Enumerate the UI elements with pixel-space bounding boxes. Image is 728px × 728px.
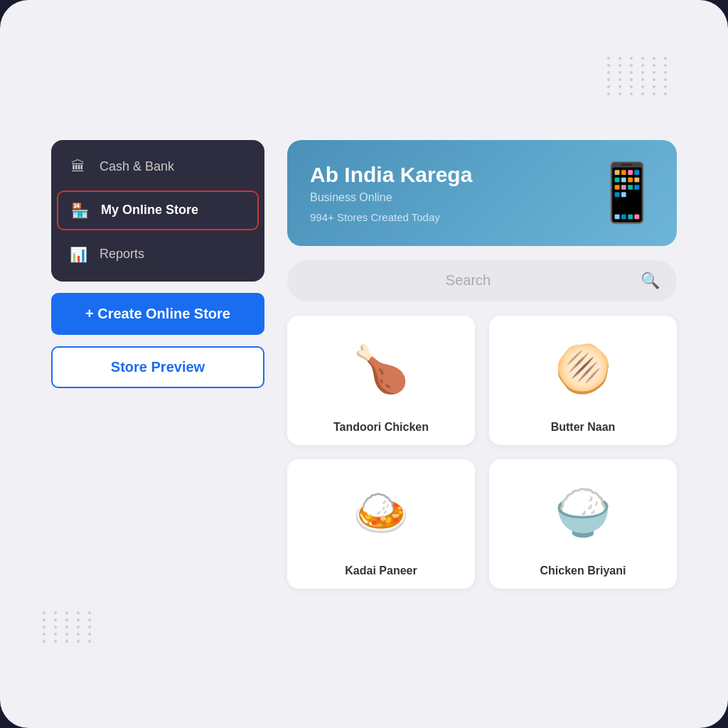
- food-name-kadai-paneer: Kadai Paneer: [345, 564, 417, 577]
- sidebar-item-my-online-store[interactable]: 🏪 My Online Store: [57, 191, 259, 230]
- cash-bank-icon: 🏛: [68, 159, 88, 175]
- main-layout: 🏛 Cash & Bank 🏪 My Online Store 📊 Report…: [51, 140, 677, 589]
- food-card-chicken-biryani[interactable]: 🍚Chicken Briyani: [489, 459, 677, 589]
- food-image-kadai-paneer: 🍛: [328, 471, 434, 556]
- promo-banner: Ab India Karega Business Online 994+ Sto…: [287, 140, 677, 246]
- food-card-butter-naan[interactable]: 🫓Butter Naan: [489, 316, 677, 445]
- online-store-icon: 🏪: [70, 202, 90, 219]
- food-card-kadai-paneer[interactable]: 🍛Kadai Paneer: [287, 459, 475, 589]
- cash-bank-label: Cash & Bank: [100, 159, 174, 174]
- food-image-chicken-biryani: 🍚: [530, 471, 636, 556]
- reports-label: Reports: [100, 247, 144, 262]
- food-card-tandoori-chicken[interactable]: 🍗Tandoori Chicken: [287, 316, 475, 445]
- create-button-label: + Create Online Store: [85, 306, 230, 321]
- store-preview-button[interactable]: Store Preview: [51, 346, 264, 388]
- banner-title: Ab India Karega: [310, 163, 563, 187]
- food-name-butter-naan: Butter Naan: [551, 421, 616, 434]
- search-placeholder: Search: [304, 272, 632, 289]
- preview-button-label: Store Preview: [111, 359, 205, 375]
- search-bar[interactable]: Search 🔍: [287, 260, 677, 301]
- food-image-tandoori-chicken: 🍗: [328, 327, 434, 412]
- food-image-butter-naan: 🫓: [530, 327, 636, 412]
- nav-panel: 🏛 Cash & Bank 🏪 My Online Store 📊 Report…: [51, 140, 264, 282]
- main-content: Ab India Karega Business Online 994+ Sto…: [287, 140, 677, 589]
- food-name-chicken-biryani: Chicken Briyani: [540, 564, 626, 577]
- app-container: for(let i=0;i<36;i++) document.currentSc…: [0, 0, 728, 728]
- banner-phone-emoji: 📱: [592, 164, 663, 221]
- search-icon: 🔍: [641, 272, 660, 290]
- create-online-store-button[interactable]: + Create Online Store: [51, 293, 264, 335]
- online-store-label: My Online Store: [101, 203, 198, 218]
- sidebar: 🏛 Cash & Bank 🏪 My Online Store 📊 Report…: [51, 140, 264, 388]
- sidebar-item-cash-bank[interactable]: 🏛 Cash & Bank: [51, 146, 264, 188]
- dot-pattern-bottom: for(let i=0;i<25;i++) document.currentSc…: [43, 611, 95, 643]
- food-name-tandoori-chicken: Tandoori Chicken: [333, 421, 429, 434]
- sidebar-item-reports[interactable]: 📊 Reports: [51, 233, 264, 276]
- banner-subtitle: Business Online: [310, 191, 563, 204]
- reports-icon: 📊: [68, 246, 88, 263]
- food-grid: 🍗Tandoori Chicken🫓Butter Naan🍛Kadai Pane…: [287, 316, 677, 589]
- banner-tagline: 994+ Stores Created Today: [310, 211, 563, 223]
- dot-pattern-top: for(let i=0;i<36;i++) document.currentSc…: [607, 57, 671, 95]
